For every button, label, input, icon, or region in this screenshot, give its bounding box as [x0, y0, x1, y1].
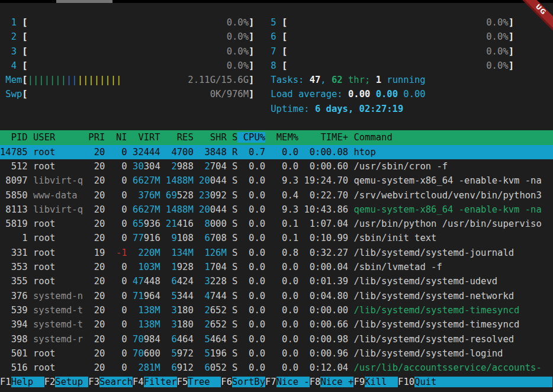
fkey-key: F2: [44, 377, 56, 387]
text-segment: [237, 319, 243, 330]
column-header-ni[interactable]: NI: [111, 132, 127, 143]
mem-col-value: 092: [210, 190, 227, 201]
text-segment: [28, 334, 33, 345]
process-row[interactable]: 353 root 20 0 103M 1928 1704 S 0.0 0.0 0…: [0, 260, 553, 274]
text-segment: [28, 362, 33, 373]
column-header-shr[interactable]: SHR: [199, 132, 227, 143]
text-segment: [0, 104, 271, 114]
text-segment: [28, 132, 33, 143]
text-segment: [17, 17, 22, 28]
fkey-kill[interactable]: F9Kill: [353, 377, 398, 387]
text-segment: [265, 291, 276, 301]
text-segment: [127, 147, 133, 158]
process-row[interactable]: 8097 libvirt-q 20 0 6627M 1488M 20044 S …: [0, 173, 553, 188]
text-segment: [28, 161, 33, 172]
fkey-quit[interactable]: F10Quit: [398, 377, 448, 387]
fkey-label: Nice -: [276, 377, 310, 387]
pid-cell: 355: [0, 276, 28, 287]
text-segment: [160, 147, 166, 158]
text-segment: [105, 161, 110, 172]
fkey-search[interactable]: F3Search: [88, 377, 133, 387]
process-row[interactable]: 14785 root 20 0 32444 4700 3848 R 0.7 0.…: [0, 145, 553, 159]
cpu-cell: 0.0: [243, 190, 265, 201]
mem-col-value: 928: [177, 262, 194, 272]
process-row[interactable]: 398 systemd-r 20 0 70984 6464 5464 S 0.0…: [0, 332, 553, 346]
text-segment: [265, 132, 276, 143]
mem-col-value: 6627M: [133, 175, 160, 186]
text-segment: [227, 262, 232, 272]
column-header-virt[interactable]: VIRT: [133, 132, 160, 143]
column-header-pri[interactable]: PRI: [88, 132, 105, 143]
meter-bracket: ]: [249, 46, 254, 57]
text-segment: [227, 147, 232, 158]
fkey-filter[interactable]: F4Filter: [133, 377, 177, 387]
mem-col-value: 70: [133, 334, 144, 345]
mem-col-value: 108: [177, 233, 194, 243]
column-header-mem[interactable]: MEM%: [276, 132, 298, 143]
text-segment: [83, 175, 88, 186]
text-segment: [265, 305, 276, 316]
fkey-label: Filter: [144, 377, 177, 387]
mem-col-value: 5: [166, 348, 177, 359]
process-row[interactable]: 355 root 20 0 47448 6424 3228 S 0.0 0.0 …: [0, 274, 553, 288]
fkey-nice-[interactable]: F8Nice +: [310, 377, 354, 387]
text-segment: [254, 17, 271, 28]
debug-ribbon-wrap: UG: [515, 0, 553, 38]
mem-col-value: 180: [177, 305, 194, 316]
mem-col-value: 984: [144, 334, 160, 345]
text-segment: [160, 334, 166, 345]
fkey-sortby[interactable]: F6SortBy: [221, 377, 265, 387]
fkey-help[interactable]: F1Help: [0, 377, 44, 387]
text-segment: [28, 204, 33, 215]
text-segment: [105, 190, 110, 201]
column-header-pid[interactable]: PID: [0, 132, 28, 143]
mem-col-value: 4700: [166, 147, 194, 158]
meter-bracket: ]: [509, 31, 514, 42]
column-header-command[interactable]: Command: [353, 132, 392, 143]
process-row[interactable]: 5850 www-data 20 0 376M 69528 23092 S 0.…: [0, 188, 553, 203]
pid-cell: 331: [0, 248, 28, 258]
meter-bracket: [: [282, 60, 287, 71]
column-header-user[interactable]: USER: [33, 132, 83, 143]
mem-col-value: 708: [210, 233, 227, 243]
text-segment: [160, 291, 166, 301]
process-row[interactable]: 539 systemd-t 20 0 138M 3180 2652 S 0.0 …: [0, 303, 553, 317]
cpu-meter-value: 0.0%: [287, 46, 508, 57]
user-cell: libvirt-q: [33, 175, 83, 186]
user-cell: systemd-r: [33, 334, 83, 345]
mem-pct-cell: 0.0: [276, 305, 298, 316]
swp-label: Swp: [5, 89, 22, 99]
text-segment: [237, 175, 243, 186]
column-header-res[interactable]: RES: [166, 132, 194, 143]
process-row[interactable]: 394 systemd-t 20 0 138M 3180 2652 S 0.0 …: [0, 317, 553, 332]
text-segment: [127, 132, 133, 143]
process-row[interactable]: 501 root 20 0 70600 5972 5196 S 0.0 0.0 …: [0, 346, 553, 361]
process-row[interactable]: 1 root 20 0 77916 9108 6708 S 0.0 0.1 0:…: [0, 231, 553, 245]
fkey-setup[interactable]: F2Setup: [44, 377, 89, 387]
process-row[interactable]: 8113 libvirt-q 20 0 6627M 1488M 20044 S …: [0, 203, 553, 217]
column-header-time[interactable]: TIME+: [304, 132, 348, 143]
function-bar: F1Help F2Setup F3SearchF4FilterF5Tree F6…: [0, 375, 553, 389]
mem-col-value: 448: [144, 276, 160, 287]
meter-bracket: ]: [509, 46, 514, 57]
time-cell: 0:04.80: [304, 291, 348, 301]
ni-cell: 0: [111, 161, 127, 172]
process-row[interactable]: 516 root 20 0 281M 6912 6052 S 0.0 0.0 0…: [0, 361, 553, 375]
text-segment: [105, 262, 110, 272]
pid-cell: 353: [0, 262, 28, 272]
user-cell: systemd-t: [33, 319, 83, 330]
text-segment: [28, 262, 33, 272]
window-top-bar: [0, 0, 553, 3]
text-segment: [127, 233, 133, 243]
command-cell: /lib/systemd/systemd-logind: [353, 348, 503, 359]
process-row[interactable]: 376 systemd-n 20 0 71964 5344 4744 S 0.0…: [0, 289, 553, 303]
text-segment: [194, 348, 199, 359]
fkey-nice-[interactable]: F7Nice -: [265, 377, 310, 387]
process-row[interactable]: 512 root 20 0 30304 2988 2704 S 0.0 0.0 …: [0, 159, 553, 173]
column-header-cpu-sorted[interactable]: CPU%: [237, 132, 265, 143]
text-segment: [28, 348, 33, 359]
process-row[interactable]: 331 root 19 -1 220M 134M 126M S 0.0 0.8 …: [0, 246, 553, 260]
process-row[interactable]: 5819 root 20 0 65936 21416 8000 S 0.0 0.…: [0, 217, 553, 231]
pid-cell: 394: [0, 319, 28, 330]
fkey-tree[interactable]: F5Tree: [177, 377, 221, 387]
